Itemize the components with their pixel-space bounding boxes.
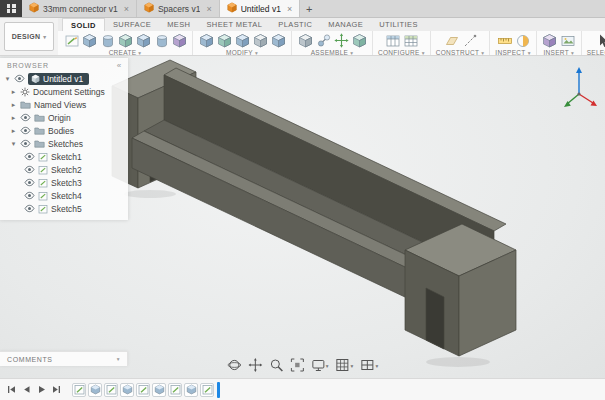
skip-end-button[interactable] — [51, 384, 62, 395]
hole-icon[interactable] — [153, 32, 169, 48]
close-tab-icon[interactable]: × — [285, 4, 292, 14]
timeline-feature-sketch[interactable] — [200, 383, 214, 397]
fit-view-button[interactable] — [290, 358, 304, 374]
move-copy-icon[interactable] — [333, 32, 349, 48]
ribbon-tab-manage[interactable]: MANAGE — [320, 18, 371, 31]
timeline-feature-sketch[interactable] — [168, 383, 182, 397]
loft-icon[interactable] — [135, 32, 151, 48]
browser-item-sketch2[interactable]: Sketch2 — [0, 163, 128, 176]
active-document-pill[interactable]: Untitled v1 — [28, 73, 89, 85]
timeline-feature-extrude[interactable] — [120, 383, 134, 397]
visibility-eye-icon[interactable] — [24, 178, 35, 187]
browser-item-sketches[interactable]: ▾Sketches — [0, 137, 128, 150]
ribbon-group-label[interactable]: INSPECT▾ — [495, 49, 530, 55]
display-settings-button[interactable]: ▾ — [311, 358, 329, 374]
new-tab-button[interactable]: + — [300, 0, 318, 17]
document-tab-spacers-v1[interactable]: Spacers v1× — [137, 0, 220, 17]
construction-axis-icon[interactable] — [461, 32, 477, 48]
caret-right-icon[interactable]: ▸ — [10, 127, 17, 135]
orbit-button[interactable] — [227, 358, 241, 374]
insert-derive-icon[interactable] — [542, 32, 558, 48]
timeline-feature-sketch[interactable] — [104, 383, 118, 397]
viewports-button[interactable]: ▾ — [360, 358, 378, 374]
step-back-button[interactable] — [21, 384, 32, 395]
document-tab-33mm-connector-v1[interactable]: 33mm connector v1× — [22, 0, 137, 17]
timeline-feature-extrude[interactable] — [88, 383, 102, 397]
form-icon[interactable] — [171, 32, 187, 48]
browser-item-sketch3[interactable]: Sketch3 — [0, 176, 128, 189]
browser-item-origin[interactable]: ▸Origin — [0, 111, 128, 124]
extrude-icon[interactable] — [81, 32, 97, 48]
skip-start-button[interactable] — [6, 384, 17, 395]
ribbon-tab-solid[interactable]: SOLID — [62, 18, 105, 31]
grid-settings-button[interactable]: ▾ — [336, 358, 354, 374]
new-component-icon[interactable] — [297, 32, 313, 48]
timeline-feature-extrude[interactable] — [184, 383, 198, 397]
ribbon-tab-plastic[interactable]: PLASTIC — [270, 18, 320, 31]
browser-root-item[interactable]: ▾ Untitled v1 — [0, 72, 128, 85]
visibility-eye-icon[interactable] — [20, 126, 31, 135]
timeline-feature-sketch[interactable] — [72, 383, 86, 397]
revolve-icon[interactable] — [99, 32, 115, 48]
timeline-feature-sketch[interactable] — [136, 383, 150, 397]
caret-right-icon[interactable]: ▸ — [10, 88, 17, 96]
insert-canvas-icon[interactable] — [560, 32, 576, 48]
offset-plane-icon[interactable] — [443, 32, 459, 48]
ribbon-tab-sheet-metal[interactable]: SHEET METAL — [198, 18, 270, 31]
timeline-position-marker[interactable] — [217, 382, 220, 398]
viewport-canvas[interactable]: BROWSER « ▾ Untitled v1 ▸Document Settin… — [0, 56, 605, 378]
zoom-button[interactable] — [269, 358, 283, 374]
caret-right-icon[interactable]: ▸ — [10, 114, 17, 122]
timeline-feature-extrude[interactable] — [152, 383, 166, 397]
browser-item-bodies[interactable]: ▸Bodies — [0, 124, 128, 137]
collapse-panel-icon[interactable]: « — [117, 61, 122, 70]
visibility-eye-icon[interactable] — [20, 139, 31, 148]
workspace-selector[interactable]: DESIGN ▾ — [4, 22, 54, 51]
ribbon-tab-utilities[interactable]: UTILITIES — [371, 18, 426, 31]
pan-button[interactable] — [248, 358, 262, 374]
browser-item-document-settings[interactable]: ▸Document Settings — [0, 85, 128, 98]
visibility-eye-icon[interactable] — [14, 74, 25, 83]
browser-item-named-views[interactable]: ▸Named Views — [0, 98, 128, 111]
comments-panel[interactable]: COMMENTS ▾ — [0, 351, 128, 366]
ribbon-tab-mesh[interactable]: MESH — [159, 18, 198, 31]
close-tab-icon[interactable]: × — [122, 4, 129, 14]
document-tab-untitled-v1[interactable]: Untitled v1× — [220, 0, 300, 17]
combine-icon[interactable] — [252, 32, 268, 48]
app-grid-button[interactable] — [0, 0, 22, 17]
ribbon-group-label[interactable]: ASSEMBLE▾ — [311, 49, 354, 55]
caret-down-icon[interactable]: ▾ — [10, 140, 17, 148]
section-analysis-icon[interactable] — [514, 32, 530, 48]
browser-item-sketch1[interactable]: Sketch1 — [0, 150, 128, 163]
ribbon-group-label[interactable]: CREATE▾ — [109, 49, 142, 55]
joint-icon[interactable] — [315, 32, 331, 48]
fillet-icon[interactable] — [216, 32, 232, 48]
visibility-eye-icon[interactable] — [24, 191, 35, 200]
visibility-eye-icon[interactable] — [24, 152, 35, 161]
play-button[interactable] — [36, 384, 47, 395]
caret-right-icon[interactable]: ▸ — [10, 101, 17, 109]
ribbon-group-label[interactable]: INSERT▾ — [543, 49, 574, 55]
ribbon-group-label[interactable]: CONSTRUCT▾ — [436, 49, 485, 55]
create-sketch-icon[interactable] — [63, 32, 79, 48]
select-cursor-icon[interactable] — [595, 32, 605, 48]
press-pull-icon[interactable] — [198, 32, 214, 48]
ribbon-group-label[interactable]: MODIFY▾ — [226, 49, 258, 55]
ribbon-group-label[interactable]: SELECT▾ — [587, 49, 605, 55]
view-axes-indicator[interactable] — [563, 64, 599, 118]
configure-icon[interactable] — [384, 32, 400, 48]
align-icon[interactable] — [351, 32, 367, 48]
configuration-table-icon[interactable] — [402, 32, 418, 48]
close-tab-icon[interactable]: × — [204, 4, 211, 14]
measure-icon[interactable] — [496, 32, 512, 48]
visibility-eye-icon[interactable] — [24, 204, 35, 213]
ribbon-group-label[interactable]: CONFIGURE▾ — [378, 49, 425, 55]
visibility-eye-icon[interactable] — [24, 165, 35, 174]
browser-item-sketch4[interactable]: Sketch4 — [0, 189, 128, 202]
caret-down-icon[interactable]: ▾ — [4, 75, 11, 83]
ribbon-tab-surface[interactable]: SURFACE — [105, 18, 159, 31]
shell-icon[interactable] — [234, 32, 250, 48]
browser-item-sketch5[interactable]: Sketch5 — [0, 202, 128, 215]
visibility-eye-icon[interactable] — [20, 113, 31, 122]
sweep-icon[interactable] — [117, 32, 133, 48]
